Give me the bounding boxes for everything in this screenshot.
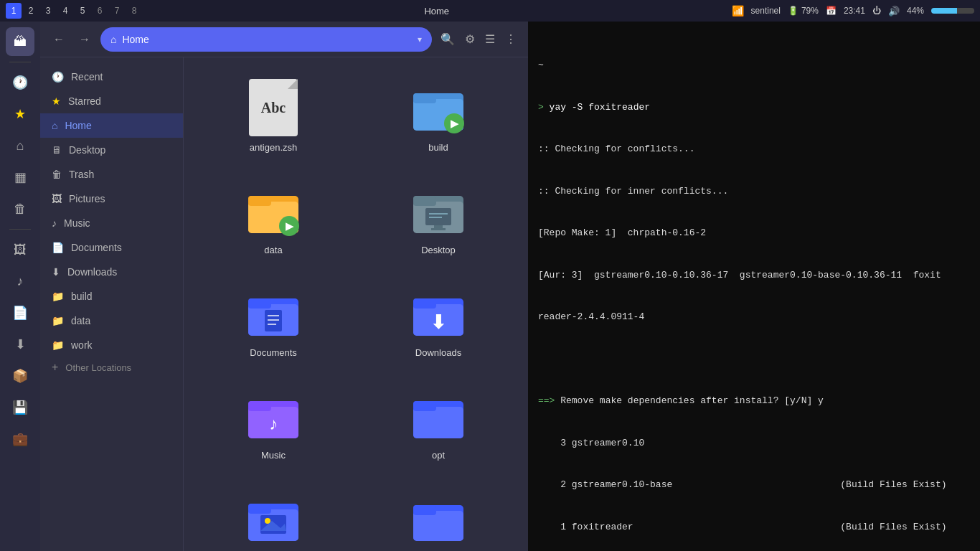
starred-icon: ★ xyxy=(52,95,61,107)
antigen-icon: Abc xyxy=(245,79,302,136)
workspace-2[interactable]: 2 xyxy=(23,3,39,19)
workspace-7[interactable]: 7 xyxy=(109,3,125,19)
file-data[interactable]: ▶ data xyxy=(198,174,349,263)
file-manager: ← → ⌂ Home ▾ 🔍 ⚙ ☰ ⋮ 🕐 Recent xyxy=(40,22,528,551)
sidebar-item-music[interactable]: ♪ Music xyxy=(40,211,183,235)
dock-files-icon[interactable]: 🏔 xyxy=(6,27,34,56)
dock-trash-icon[interactable]: 🗑 xyxy=(6,194,34,223)
dock-starred-icon[interactable]: ★ xyxy=(6,100,34,128)
dock-music-icon[interactable]: ♪ xyxy=(6,267,34,296)
sidebar-item-work-label: work xyxy=(71,339,93,351)
sidebar-item-recent[interactable]: 🕐 Recent xyxy=(40,65,183,89)
file-antigen[interactable]: Abc antigen.zsh xyxy=(198,72,349,160)
svg-text:⬇: ⬇ xyxy=(430,311,446,333)
term-line-6: ==> Remove make dependencies after insta… xyxy=(538,394,970,408)
documents-folder-icon xyxy=(245,284,302,342)
svg-rect-15 xyxy=(431,228,446,230)
dock-build-icon[interactable]: 📦 xyxy=(6,362,34,390)
term-line-2: :: Checking for conflicts... xyxy=(538,142,970,156)
sidebar-item-work[interactable]: 📁 work xyxy=(40,333,183,357)
svg-rect-43 xyxy=(413,511,463,541)
battery-icon: 🔋 xyxy=(788,6,798,16)
music-folder-icon: ♪ xyxy=(245,387,302,444)
fm-body: 🕐 Recent ★ Starred ⌂ Home 🖥 Desktop 🗑 xyxy=(40,57,528,551)
svg-point-40 xyxy=(265,518,270,524)
sidebar-item-home[interactable]: ⌂ Home xyxy=(40,113,183,138)
svg-rect-34 xyxy=(413,407,463,438)
sidebar-item-build[interactable]: 📁 build xyxy=(40,284,183,309)
svg-rect-35 xyxy=(413,401,436,411)
wifi-area: 📶 xyxy=(732,5,744,17)
search-button[interactable]: 🔍 xyxy=(438,29,458,49)
calendar-icon: 📅 xyxy=(826,6,837,16)
terminal-content[interactable]: ~ > yay -S foxitreader :: Checking for c… xyxy=(528,22,980,551)
dock-separator-2 xyxy=(9,229,31,230)
sidebar-item-documents[interactable]: 📄 Documents xyxy=(40,235,183,260)
dock-home-icon[interactable]: ⌂ xyxy=(6,131,34,160)
file-pictures[interactable]: Pictures xyxy=(198,482,349,551)
downloads-icon: ⬇ xyxy=(52,266,60,278)
address-bar[interactable]: ⌂ Home ▾ xyxy=(100,27,432,52)
back-button[interactable]: ← xyxy=(49,29,69,50)
svg-rect-7 xyxy=(248,196,271,206)
dock-data-icon[interactable]: 💾 xyxy=(6,393,34,422)
term-blank-1 xyxy=(538,352,970,367)
term-line-3: :: Checking for inner conflicts... xyxy=(538,184,970,199)
svg-text:♪: ♪ xyxy=(269,414,278,433)
dock-documents-icon[interactable]: 📄 xyxy=(6,298,34,327)
desktop-folder-label: Desktop xyxy=(421,245,456,255)
clock-label: 23:41 xyxy=(844,6,865,16)
dock-recent-icon[interactable]: 🕐 xyxy=(6,68,34,97)
sidebar-item-desktop[interactable]: 🖥 Desktop xyxy=(40,138,183,162)
pictures-icon: 🖼 xyxy=(52,193,62,204)
home-sidebar-icon: ⌂ xyxy=(52,120,57,131)
power-icon[interactable]: ⏻ xyxy=(872,6,881,16)
dock-desktop-icon[interactable]: ▦ xyxy=(6,163,34,192)
other-locations-btn[interactable]: + Other Locations xyxy=(40,357,183,377)
address-dropdown-icon[interactable]: ▾ xyxy=(418,34,422,44)
topbar-title: Home xyxy=(145,6,729,17)
workspace-5[interactable]: 5 xyxy=(75,3,90,19)
term-line-1: > yay -S foxitreader xyxy=(538,100,970,115)
terminal[interactable]: ~ > yay -S foxitreader :: Checking for c… xyxy=(528,22,980,551)
sidebar-item-trash[interactable]: 🗑 Trash xyxy=(40,162,183,187)
opt-folder-icon xyxy=(410,387,467,444)
workspace-4[interactable]: 4 xyxy=(57,3,73,19)
term-line-8: 2 gstreamer0.10-base (Build Files Exist) xyxy=(538,478,970,492)
dock-separator-1 xyxy=(9,62,31,62)
workspace-6[interactable]: 6 xyxy=(92,3,108,19)
sidebar-item-pictures[interactable]: 🖼 Pictures xyxy=(40,187,183,211)
dock-downloads-icon[interactable]: ⬇ xyxy=(6,330,34,359)
sidebar-item-data[interactable]: 📁 data xyxy=(40,309,183,333)
forward-button[interactable]: → xyxy=(75,29,95,50)
svg-rect-31 xyxy=(248,401,271,411)
file-documents[interactable]: Documents xyxy=(198,277,349,365)
file-desktop[interactable]: Desktop xyxy=(363,174,514,263)
workspace-8[interactable]: 8 xyxy=(126,3,142,19)
more-button[interactable]: ⋮ xyxy=(502,29,519,49)
username-label: sentinel xyxy=(751,6,781,16)
add-icon: + xyxy=(52,361,58,374)
file-postman[interactable]: Postman xyxy=(363,482,514,551)
sort-button[interactable]: ⚙ xyxy=(462,29,478,49)
sidebar-item-desktop-label: Desktop xyxy=(69,144,105,156)
volume-level: 44% xyxy=(907,6,924,16)
dock-work-icon[interactable]: 💼 xyxy=(6,425,34,453)
dock-pictures-icon[interactable]: 🖼 xyxy=(6,235,34,264)
svg-rect-38 xyxy=(248,504,271,514)
sidebar-item-pictures-label: Pictures xyxy=(69,193,105,204)
file-music[interactable]: ♪ Music xyxy=(198,380,349,468)
term-line-5b: reader-2.4.4.0911-4 xyxy=(538,310,970,324)
opt-folder-label: opt xyxy=(432,450,445,461)
sidebar-item-downloads[interactable]: ⬇ Downloads xyxy=(40,260,183,284)
trash-icon: 🗑 xyxy=(52,169,62,180)
workspace-3[interactable]: 3 xyxy=(40,3,56,19)
file-downloads[interactable]: ⬇ Downloads xyxy=(363,277,514,365)
workspace-1[interactable]: 1 xyxy=(6,3,22,19)
view-button[interactable]: ☰ xyxy=(482,29,498,49)
file-opt[interactable]: opt xyxy=(363,380,514,468)
svg-rect-14 xyxy=(434,225,443,228)
main-content: 🏔 🕐 ★ ⌂ ▦ 🗑 🖼 ♪ 📄 ⬇ 📦 💾 💼 ← → ⌂ Home ▾ 🔍 xyxy=(0,22,980,551)
sidebar-item-starred[interactable]: ★ Starred xyxy=(40,89,183,113)
file-build[interactable]: ▶ build xyxy=(363,72,514,160)
